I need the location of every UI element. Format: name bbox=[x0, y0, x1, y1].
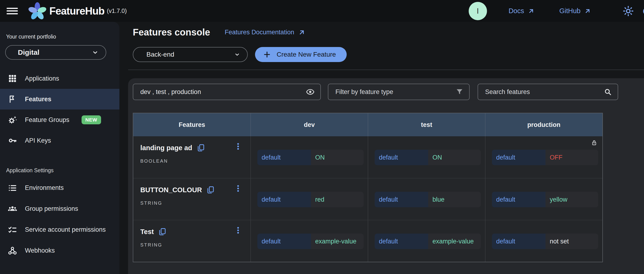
app-title: FeatureHub bbox=[49, 5, 104, 17]
lock-icon bbox=[591, 139, 598, 146]
app-version: (v1.7.0) bbox=[107, 8, 127, 14]
env-cell-dev: default example-value bbox=[250, 220, 368, 262]
environments-filter-field bbox=[133, 84, 321, 100]
sidebar: Your current portfolio Digital Applicati… bbox=[0, 22, 120, 274]
sidebar-item-group-permissions[interactable]: Group permissions bbox=[0, 198, 120, 219]
default-strategy-chip[interactable]: default bbox=[375, 192, 428, 207]
application-select[interactable]: Back-end bbox=[133, 47, 248, 62]
features-documentation-link[interactable]: Features Documentation bbox=[225, 29, 306, 36]
column-header-features: Features bbox=[133, 113, 250, 136]
new-badge: NEW bbox=[82, 116, 101, 124]
feature-value[interactable]: OFF bbox=[546, 150, 598, 165]
filter-funnel-icon[interactable] bbox=[456, 88, 464, 96]
page-title: Features console bbox=[133, 27, 210, 38]
kebab-menu-icon[interactable] bbox=[234, 184, 242, 192]
sun-icon bbox=[623, 6, 634, 16]
sidebar-item-applications[interactable]: Applications bbox=[0, 68, 120, 89]
table-row: Test STRING default exam bbox=[133, 220, 602, 262]
partially-visible-icon[interactable] bbox=[641, 6, 644, 18]
features-flag-icon bbox=[8, 94, 18, 104]
default-strategy-chip[interactable]: default bbox=[492, 150, 546, 165]
feature-type: BOOLEAN bbox=[140, 158, 250, 164]
group-permissions-people-icon bbox=[8, 204, 18, 214]
features-panel: Features dev test production landing pag… bbox=[128, 78, 644, 274]
portfolio-value: Digital bbox=[18, 48, 40, 56]
external-link-icon bbox=[584, 8, 591, 14]
github-link[interactable]: GitHub bbox=[560, 7, 591, 15]
sidebar-item-service-account-permissions[interactable]: Service account permissions bbox=[0, 219, 120, 240]
chevron-down-icon bbox=[234, 52, 240, 58]
external-link-icon bbox=[528, 8, 535, 14]
copy-icon[interactable] bbox=[196, 143, 206, 152]
kebab-menu-icon[interactable] bbox=[234, 142, 242, 150]
api-keys-key-icon bbox=[8, 136, 18, 146]
feature-value[interactable]: yellow bbox=[546, 192, 598, 207]
env-cell-dev: default red bbox=[250, 178, 368, 220]
copy-icon[interactable] bbox=[206, 186, 215, 194]
top-bar: FeatureHub (v1.7.0) I Docs GitHub bbox=[0, 0, 644, 22]
feature-name: BUTTON_COLOUR bbox=[140, 186, 202, 194]
env-cell-production: default yellow bbox=[485, 178, 602, 220]
column-header-dev: dev bbox=[250, 113, 368, 136]
main-content: Features console Features Documentation … bbox=[120, 22, 644, 274]
column-header-test: test bbox=[368, 113, 485, 136]
webhooks-icon bbox=[8, 246, 18, 256]
default-strategy-chip[interactable]: default bbox=[492, 234, 546, 249]
feature-type: STRING bbox=[140, 242, 250, 248]
feature-value[interactable]: not set bbox=[546, 234, 598, 249]
service-account-checklist-icon bbox=[8, 225, 18, 235]
env-cell-production: default OFF bbox=[485, 136, 602, 178]
default-strategy-chip[interactable]: default bbox=[375, 234, 428, 249]
sidebar-item-feature-groups[interactable]: Feature Groups NEW bbox=[0, 110, 120, 130]
docs-link[interactable]: Docs bbox=[508, 7, 535, 15]
feature-name: Test bbox=[140, 228, 154, 236]
search-features-field bbox=[478, 84, 618, 100]
sidebar-nav: Applications Features Feature Gro bbox=[0, 68, 120, 151]
default-strategy-chip[interactable]: default bbox=[492, 192, 546, 207]
table-row: BUTTON_COLOUR STRING default bbox=[133, 178, 602, 220]
default-strategy-chip[interactable]: default bbox=[257, 234, 311, 249]
feature-value[interactable]: example-value bbox=[311, 234, 364, 249]
feature-groups-gear-icon bbox=[8, 115, 18, 125]
default-strategy-chip[interactable]: default bbox=[257, 192, 311, 207]
sidebar-item-webhooks[interactable]: Webhooks bbox=[0, 240, 120, 261]
portfolio-label: Your current portfolio bbox=[6, 34, 120, 40]
light-mode-toggle[interactable] bbox=[623, 6, 634, 16]
sidebar-item-features[interactable]: Features bbox=[0, 89, 120, 110]
feature-value[interactable]: red bbox=[311, 192, 364, 207]
default-strategy-chip[interactable]: default bbox=[257, 150, 311, 165]
sidebar-settings-nav: Environments Group permissions bbox=[0, 178, 120, 261]
create-new-feature-button[interactable]: Create New Feature bbox=[255, 47, 347, 62]
kebab-menu-icon[interactable] bbox=[234, 226, 242, 234]
table-header-row: Features dev test production bbox=[133, 113, 602, 136]
features-table: Features dev test production landing pag… bbox=[133, 113, 603, 262]
hamburger-menu-icon[interactable] bbox=[6, 7, 18, 15]
user-avatar[interactable]: I bbox=[469, 2, 487, 20]
sidebar-item-api-keys[interactable]: API Keys bbox=[0, 130, 120, 151]
sidebar-item-environments[interactable]: Environments bbox=[0, 178, 120, 198]
feature-value[interactable]: ON bbox=[428, 150, 481, 165]
portfolio-select[interactable]: Digital bbox=[5, 45, 106, 60]
application-select-value: Back-end bbox=[146, 51, 174, 58]
application-settings-label: Application Settings bbox=[6, 167, 120, 174]
env-cell-test: default example-value bbox=[368, 220, 485, 262]
search-icon[interactable] bbox=[604, 88, 612, 96]
external-link-icon bbox=[298, 29, 306, 36]
default-strategy-chip[interactable]: default bbox=[375, 150, 428, 165]
featurehub-logo-icon bbox=[27, 1, 48, 21]
env-cell-dev: default ON bbox=[250, 136, 368, 178]
feature-name: landing page ad bbox=[140, 144, 192, 152]
feature-type-filter-input[interactable] bbox=[331, 88, 456, 96]
eye-icon[interactable] bbox=[306, 88, 315, 96]
feature-cell: BUTTON_COLOUR STRING bbox=[133, 178, 250, 220]
feature-value[interactable]: blue bbox=[428, 192, 481, 207]
env-cell-test: default ON bbox=[368, 136, 485, 178]
avatar-initial: I bbox=[477, 6, 479, 16]
search-features-input[interactable] bbox=[480, 88, 604, 96]
column-header-production: production bbox=[485, 113, 602, 136]
feature-type-filter-field bbox=[328, 84, 470, 100]
feature-value[interactable]: ON bbox=[311, 150, 364, 165]
copy-icon[interactable] bbox=[158, 227, 167, 236]
environments-filter-input[interactable] bbox=[136, 88, 306, 96]
feature-value[interactable]: example-value bbox=[428, 234, 481, 249]
